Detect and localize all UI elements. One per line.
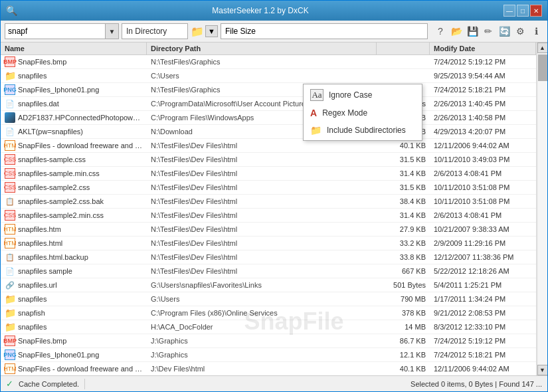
table-row[interactable]: HTM snapfiles.htm N:\TestFiles\Dev Files… — [1, 223, 536, 237]
folder-icon[interactable]: 📁 — [191, 25, 204, 38]
file-date: 7/24/2012 5:19:12 PM — [430, 56, 536, 67]
info-icon[interactable]: ℹ — [529, 24, 543, 39]
file-date: 9/25/2013 9:54:44 AM — [430, 70, 536, 81]
table-row[interactable]: 📋 snapfiles-sample2.css.bak N:\TestFiles… — [1, 195, 536, 209]
table-row[interactable]: 📋 snapfiles.html.backup N:\TestFiles\Dev… — [1, 250, 536, 264]
status-selected: Selected 0 items, 0 Bytes | Found 147 ..… — [411, 380, 542, 388]
file-icon: 🔗 — [5, 280, 15, 290]
filter-input[interactable] — [221, 24, 427, 39]
table-row[interactable]: 📁 snapfiles H:\ACA_DocFolder 14 MB 8/3/2… — [1, 320, 536, 334]
table-row[interactable]: AD2F1837.HPConnectedPhotopoweredBySn... … — [1, 111, 536, 125]
table-row[interactable]: CSS snapfiles-sample.css N:\TestFiles\De… — [1, 153, 536, 167]
file-size: 27.9 KB — [377, 224, 430, 235]
file-name: AKLT(pw=snapfiles) — [18, 128, 83, 136]
file-date: 7/24/2012 5:18:21 PM — [430, 349, 536, 360]
window-controls: — □ ✕ — [503, 5, 542, 17]
file-icon — [5, 112, 15, 123]
file-icon: BMP — [5, 336, 15, 346]
menu-item-regex-mode[interactable]: A Regex Mode — [304, 104, 422, 122]
file-name: snapfiles-sample2.min.css — [18, 211, 104, 219]
scroll-thumb[interactable] — [538, 54, 547, 81]
settings-icon[interactable]: ⚙ — [513, 24, 527, 39]
file-icon: CSS — [5, 168, 15, 179]
minimize-button[interactable]: — — [503, 5, 515, 17]
edit-icon[interactable]: ✏ — [481, 24, 496, 39]
file-name: snapfiles — [18, 323, 46, 331]
col-header-directory[interactable]: Directory Path — [147, 43, 377, 54]
scroll-track[interactable] — [538, 53, 547, 365]
scroll-up-arrow[interactable]: ▲ — [537, 43, 548, 53]
dropdown-menu: Aa Ignore Case A Regex Mode 📁 Include Su… — [303, 84, 422, 141]
include-subdirs-label: Include Subdirectories — [327, 126, 406, 135]
file-size — [377, 60, 430, 63]
table-row[interactable]: HTM SnapFiles - download freeware and sh… — [1, 139, 536, 153]
col-header-date[interactable]: Modify Date — [430, 43, 536, 54]
file-size: 667 KB — [377, 266, 430, 276]
maximize-button[interactable]: □ — [517, 5, 529, 17]
file-dir: N:\TestFiles\Dev Files\html — [147, 252, 377, 262]
menu-item-include-subdirs[interactable]: 📁 Include Subdirectories — [304, 122, 422, 139]
window-icon: 🔍 — [6, 5, 17, 16]
file-size: 378 KB — [377, 308, 430, 318]
table-row[interactable]: 🔗 snapfiles.url G:\Users\snapfiles\Favor… — [1, 278, 536, 292]
content-area: Name Directory Path Modify Date BMP Snap… — [1, 43, 547, 375]
file-name: snapfiles.html.backup — [18, 253, 88, 261]
search-input[interactable] — [5, 24, 105, 39]
file-name: snapfiles-sample2.css.bak — [18, 197, 104, 205]
file-icon: 📋 — [5, 196, 15, 207]
table-row[interactable]: HTM SnapFiles - download freeware and sh… — [1, 362, 536, 375]
file-name: snapfiles.url — [18, 281, 57, 289]
save-icon[interactable]: 💾 — [465, 24, 480, 39]
file-dir: N:\TestFiles\Dev Files\html — [147, 154, 377, 165]
close-button[interactable]: ✕ — [530, 5, 542, 17]
table-row[interactable]: HTM snapfiles.html N:\TestFiles\Dev File… — [1, 237, 536, 250]
table-row[interactable]: CSS snapfiles-sample.min.css N:\TestFile… — [1, 167, 536, 181]
file-dir: G:\Users — [147, 294, 377, 304]
file-dir: G:\Users\snapfiles\Favorites\Links — [147, 280, 377, 290]
col-header-name[interactable]: Name — [1, 43, 147, 54]
table-row[interactable]: CSS snapfiles-sample2.css N:\TestFiles\D… — [1, 181, 536, 195]
file-date: 12/11/2006 9:44:02 AM — [430, 140, 536, 151]
table-row[interactable]: CSS snapfiles-sample2.min.css N:\TestFil… — [1, 209, 536, 223]
col-header-size[interactable] — [377, 43, 430, 54]
file-size: 501 Bytes — [377, 280, 430, 290]
search-dropdown-btn[interactable]: ▼ — [105, 24, 118, 39]
scroll-down-arrow[interactable]: ▼ — [537, 365, 548, 375]
file-dir: N:\TestFiles\Dev Files\html — [147, 168, 377, 179]
file-icon: CSS — [5, 182, 15, 193]
menu-item-ignore-case[interactable]: Aa Ignore Case — [304, 86, 422, 104]
file-size: 38.4 KB — [377, 196, 430, 207]
table-row[interactable]: 📁 snapfish C:\Program Files (x86)\Online… — [1, 306, 536, 320]
file-dir: C:\Program Files (x86)\Online Services — [147, 308, 377, 318]
table-row[interactable]: 📄 snapfiles sample N:\TestFiles\Dev File… — [1, 264, 536, 278]
file-date: 2/6/2013 4:08:41 PM — [430, 210, 536, 221]
table-row[interactable]: 📁 snapfiles C:\Users 9/25/2013 9:54:44 A… — [1, 69, 536, 83]
file-size: 33.8 KB — [377, 252, 430, 262]
toolbar-icons: ? 📂 💾 ✏ 🔄 ⚙ ℹ — [433, 24, 543, 39]
table-row[interactable]: 📁 snapfiles G:\Users 790 MB 1/17/2011 1:… — [1, 292, 536, 306]
table-row[interactable]: 📄 snapfiles.dat C:\ProgramData\Microsoft… — [1, 97, 536, 111]
file-date: 10/11/2010 3:51:08 PM — [430, 196, 536, 207]
table-row[interactable]: PNG SnapFiles_Iphone01.png J:\Graphics 1… — [1, 348, 536, 362]
arrow-down-icon[interactable]: ▼ — [205, 25, 218, 37]
open-folder-icon[interactable]: 📂 — [449, 24, 464, 39]
scrollbar[interactable]: ▲ ▼ — [537, 43, 547, 375]
file-date: 12/12/2007 11:38:36 PM — [430, 252, 536, 262]
file-name: snapfiles sample — [18, 267, 72, 275]
table-row[interactable]: BMP SnapFiles.bmp N:\TestFiles\Graphics … — [1, 55, 536, 69]
file-size: 31.5 KB — [377, 182, 430, 193]
table-row[interactable]: BMP SnapFiles.bmp J:\Graphics 86.7 KB 7/… — [1, 334, 536, 348]
file-date: 1/17/2011 1:34:24 PM — [430, 294, 536, 304]
file-icon: 📄 — [5, 98, 15, 109]
file-icon: PNG — [5, 349, 15, 360]
table-row[interactable]: PNG SnapFiles_Iphone01.png N:\TestFiles\… — [1, 83, 536, 97]
file-size: 31.4 KB — [377, 168, 430, 179]
table-row[interactable]: 📄 AKLT(pw=snapfiles) N:\Download 170 KB … — [1, 125, 536, 139]
refresh-icon[interactable]: 🔄 — [497, 24, 511, 39]
file-dir: N:\TestFiles\Dev Files\html — [147, 266, 377, 276]
file-date: 8/3/2012 12:33:10 PM — [430, 322, 536, 332]
file-icon: HTM — [5, 363, 15, 374]
file-list[interactable]: Name Directory Path Modify Date BMP Snap… — [1, 43, 537, 375]
help-icon[interactable]: ? — [433, 24, 448, 39]
file-name: SnapFiles - download freeware and sharew… — [18, 142, 143, 149]
